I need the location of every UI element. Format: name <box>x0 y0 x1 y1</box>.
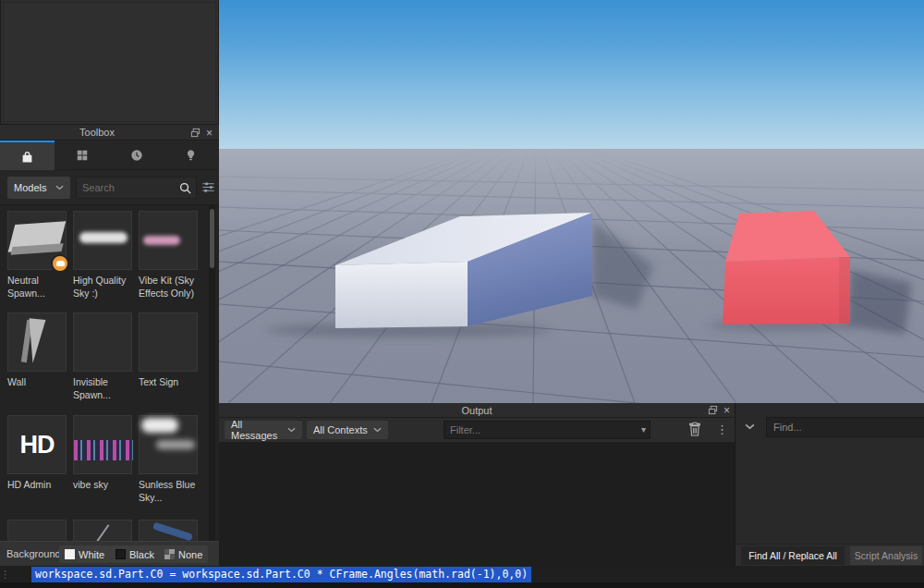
item-thumbnail <box>139 312 198 372</box>
output-close-icon[interactable]: × <box>721 404 733 416</box>
background-option-label: Black <box>129 549 154 560</box>
white-part[interactable] <box>335 213 592 328</box>
item-label: Neutral Spawn... <box>7 274 68 300</box>
output-toolbar: All Messages All Contexts ▾ ⋮ <box>219 418 735 442</box>
red-part-cast-shadow <box>847 270 912 335</box>
hd-logo: HD <box>20 431 55 459</box>
list-item[interactable] <box>7 520 68 541</box>
tab-find-all-replace-all[interactable]: Find All / Replace All <box>741 546 845 565</box>
item-label: Sunless Blue Sky... <box>139 478 200 504</box>
find-input[interactable] <box>773 418 919 436</box>
white-part-cast-shadow <box>592 220 653 309</box>
white-swatch-icon <box>65 549 75 559</box>
chevron-down-icon <box>373 427 382 433</box>
red-part[interactable] <box>723 211 850 325</box>
output-float-icon[interactable] <box>707 404 719 416</box>
item-thumbnail <box>73 312 132 372</box>
contexts-filter-dropdown[interactable]: All Contexts <box>307 421 388 439</box>
list-item-hd-admin[interactable]: HD HD Admin <box>7 415 68 491</box>
output-title: Output <box>219 405 735 416</box>
item-thumbnail <box>7 211 67 270</box>
tab-creations[interactable] <box>164 141 218 170</box>
chevron-down-icon <box>287 427 296 433</box>
find-field <box>766 417 924 437</box>
chevron-down-icon[interactable] <box>745 423 755 430</box>
chevron-down-icon <box>55 185 64 190</box>
find-panel: Find All / Replace All Script Analysis <box>735 403 924 566</box>
list-item[interactable] <box>139 520 200 541</box>
output-options-kebab-icon[interactable]: ⋮ <box>716 421 727 439</box>
toolbox-search <box>76 177 197 199</box>
item-thumbnail: HD <box>7 415 67 474</box>
item-thumbnail <box>7 312 67 372</box>
bottom-strip <box>0 582 924 588</box>
tab-marketplace[interactable] <box>0 141 55 170</box>
toolbox-tabs <box>0 141 219 170</box>
recent-clock-icon <box>130 149 143 162</box>
list-item-sunless-blue-sky[interactable]: Sunless Blue Sky... <box>139 415 200 504</box>
caret-down-icon[interactable]: ▾ <box>641 425 646 435</box>
background-label: Background: <box>6 548 64 559</box>
item-label: vibe sky <box>73 478 134 491</box>
messages-filter-label: All Messages <box>231 419 287 441</box>
filter-sliders-icon[interactable] <box>201 180 215 194</box>
list-item-wall[interactable]: Wall <box>7 312 68 388</box>
item-label: High Quality Sky :) <box>73 274 134 300</box>
creator-badge-icon <box>51 254 69 273</box>
marketplace-bag-icon <box>20 150 34 164</box>
toolbox-scrollbar[interactable] <box>209 205 215 541</box>
category-dropdown-label: Models <box>14 182 46 193</box>
bottom-dock-tabs: Find All / Replace All Script Analysis <box>736 544 924 566</box>
item-thumbnail <box>139 415 198 474</box>
toolbox-results-grid: Neutral Spawn... High Quality Sky :) Vib… <box>0 205 219 541</box>
list-item-high-quality-sky[interactable]: High Quality Sky :) <box>73 211 134 300</box>
background-option-label: None <box>178 549 202 560</box>
black-swatch-icon <box>116 549 126 559</box>
contexts-filter-label: All Contexts <box>313 424 368 435</box>
background-option-black[interactable]: Black <box>110 545 160 563</box>
scrollbar-thumb[interactable] <box>210 209 214 268</box>
background-selector-bar: Background: White Black None <box>0 541 219 566</box>
background-option-none[interactable]: None <box>159 545 208 563</box>
item-label: Invisible Spawn... <box>73 375 134 401</box>
clear-output-trash-icon[interactable] <box>688 422 703 437</box>
checker-swatch-icon <box>164 549 175 559</box>
item-thumbnail <box>73 211 132 270</box>
messages-filter-dropdown[interactable]: All Messages <box>225 421 302 439</box>
scene-parts <box>219 0 924 403</box>
inventory-grid-icon <box>76 149 89 162</box>
command-input-selected-text[interactable]: workspace.sd.Part.C0 = workspace.sd.Part… <box>31 567 531 582</box>
3d-viewport[interactable] <box>219 0 924 403</box>
grip-icon: ⋮ <box>0 569 9 581</box>
toolbox-filter-row: Models <box>0 170 219 205</box>
list-item-vibe-sky[interactable]: vibe sky <box>73 415 134 491</box>
output-log-area[interactable] <box>219 442 735 566</box>
category-dropdown[interactable]: Models <box>7 177 70 199</box>
item-label: Vibe Kit (Sky Effects Only) <box>139 274 200 300</box>
tab-script-analysis[interactable]: Script Analysis <box>850 546 922 565</box>
background-option-label: White <box>79 549 104 560</box>
search-input[interactable] <box>82 178 173 198</box>
list-item-invisible-spawn[interactable]: Invisible Spawn... <box>73 312 134 401</box>
list-item-neutral-spawn[interactable]: Neutral Spawn... <box>7 211 68 300</box>
item-thumbnail <box>73 415 132 474</box>
toolbox-title: Toolbox <box>0 127 194 138</box>
list-item[interactable] <box>73 520 134 541</box>
search-icon[interactable] <box>178 181 192 195</box>
list-item-text-sign[interactable]: Text Sign <box>139 312 200 388</box>
output-filter-field: ▾ <box>444 421 650 439</box>
item-label: Text Sign <box>139 375 200 388</box>
docked-panel-empty-inner <box>3 2 216 122</box>
output-filter-input[interactable] <box>450 422 631 438</box>
toolbox-float-icon[interactable] <box>189 127 201 139</box>
background-option-white[interactable]: White <box>59 545 110 563</box>
command-bar[interactable]: ⋮ workspace.sd.Part.C0 = workspace.sd.Pa… <box>0 566 924 582</box>
item-thumbnail <box>139 211 198 270</box>
list-item-vibe-kit[interactable]: Vibe Kit (Sky Effects Only) <box>139 211 200 300</box>
tab-recent[interactable] <box>109 141 164 170</box>
roblox-studio-window: Toolbox × Models <box>0 0 924 588</box>
toolbox-header: Toolbox × <box>0 125 219 141</box>
tab-inventory[interactable] <box>55 141 109 170</box>
item-label: Wall <box>7 375 68 388</box>
toolbox-close-icon[interactable]: × <box>203 127 215 139</box>
